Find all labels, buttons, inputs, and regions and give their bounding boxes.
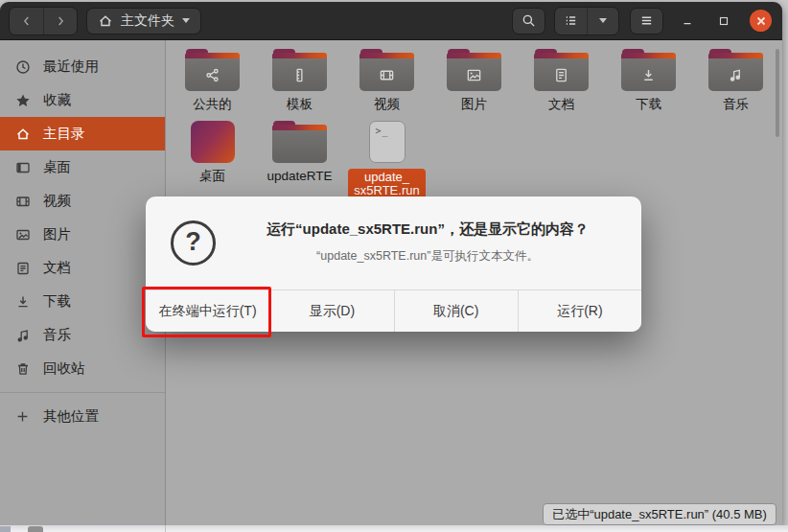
display-button[interactable]: 显示(D): [269, 290, 393, 332]
chevron-left-icon: [20, 14, 34, 28]
list-view-icon: [564, 13, 578, 28]
hamburger-menu-button[interactable]: [630, 8, 663, 35]
file-label: 公共的: [193, 97, 232, 112]
star-icon: [14, 92, 31, 108]
desktop-icon: [14, 159, 31, 175]
run-button[interactable]: 运行(R): [518, 290, 641, 332]
file-item-videos[interactable]: 视频: [343, 49, 430, 112]
file-label-line1: update_: [364, 170, 409, 184]
file-label: 桌面: [199, 169, 225, 184]
folder-videos-icon: [359, 49, 414, 91]
sidebar-item-label: 收藏: [43, 91, 71, 109]
file-item-update-sx5rte-run[interactable]: >_ update_ sx5RTE.run: [343, 121, 430, 201]
sidebar-item-documents[interactable]: 文档: [0, 251, 165, 285]
file-label: 音乐: [723, 97, 749, 112]
sidebar-item-trash[interactable]: 回收站: [0, 352, 165, 385]
folder-downloads-icon: [621, 49, 676, 91]
minimize-icon: [681, 14, 694, 28]
dialog-text: 运行“update_sx5RTE.run”，还是显示它的内容？ “update_…: [239, 220, 616, 265]
sidebar-item-downloads[interactable]: 下载: [0, 285, 165, 318]
dialog-header: ? 运行“update_sx5RTE.run”，还是显示它的内容？ “updat…: [146, 197, 641, 289]
home-icon: [98, 13, 113, 29]
file-item-desktop[interactable]: 桌面: [169, 121, 256, 201]
folder-icon: [272, 121, 327, 163]
sidebar-item-label: 视频: [43, 192, 71, 210]
sidebar-item-label: 回收站: [43, 359, 85, 378]
sidebar-item-other-locations[interactable]: 其他位置: [0, 400, 165, 433]
sidebar-item-label: 最近使用: [43, 58, 99, 76]
screen: 主文件夹: [0, 0, 788, 532]
sidebar-item-label: 图片: [43, 225, 71, 243]
search-button[interactable]: [512, 8, 545, 35]
document-icon: [14, 260, 31, 276]
folder-music-icon: [708, 49, 763, 91]
cancel-button[interactable]: 取消(C): [394, 290, 518, 332]
annotation-red-box: [142, 287, 271, 337]
desktop-folder-icon: [191, 121, 235, 163]
file-item-music[interactable]: 音乐: [692, 49, 779, 112]
folder-pictures-icon: [447, 49, 501, 91]
plus-icon: [14, 408, 31, 425]
sidebar-item-label: 桌面: [43, 158, 71, 176]
history-nav-group: [9, 7, 78, 35]
path-button[interactable]: 主文件夹: [86, 8, 201, 35]
dialog-title: 运行“update_sx5RTE.run”，还是显示它的内容？: [239, 220, 616, 239]
picture-icon: [14, 226, 31, 243]
search-icon: [521, 13, 536, 28]
sidebar-item-music[interactable]: 音乐: [0, 318, 165, 352]
sidebar-item-label: 其他位置: [43, 407, 99, 426]
file-label: 模板: [287, 97, 313, 112]
background-fragment: [28, 526, 43, 532]
sidebar-item-desktop[interactable]: 桌面: [0, 150, 165, 184]
path-label: 主文件夹: [121, 12, 174, 30]
sidebar-item-label: 主目录: [43, 125, 85, 143]
close-icon: [755, 15, 767, 27]
hamburger-icon: [639, 13, 654, 28]
file-label: 下载: [636, 97, 661, 112]
background-fragment: [165, 525, 166, 532]
folder-templates-icon: [272, 49, 327, 91]
dialog-subtitle: “update_sx5RTE.run”是可执行文本文件。: [239, 248, 616, 265]
file-label: 图片: [461, 97, 487, 112]
vertical-scrollbar[interactable]: [776, 49, 779, 137]
film-icon: [14, 193, 31, 209]
folder-share-icon: [185, 49, 240, 91]
chevron-down-icon: [182, 18, 190, 23]
chevron-down-icon: [599, 18, 607, 23]
file-item-pictures[interactable]: 图片: [430, 49, 518, 112]
sidebar-item-label: 文档: [43, 259, 71, 277]
status-bar: 已选中“update_sx5RTE.run” (40.5 MB): [543, 503, 776, 525]
file-item-downloads[interactable]: 下载: [605, 49, 692, 112]
trash-icon: [14, 360, 31, 377]
folder-documents-icon: [534, 49, 589, 91]
file-item-documents[interactable]: 文档: [518, 49, 605, 112]
list-view-button[interactable]: [555, 8, 587, 35]
maximize-icon: [717, 14, 730, 28]
maximize-button[interactable]: [713, 11, 734, 32]
clock-icon: [14, 58, 31, 75]
sidebar-item-home[interactable]: 主目录: [0, 117, 165, 150]
chevron-right-icon: [54, 14, 67, 28]
close-button[interactable]: [750, 10, 772, 32]
window-controls: [677, 10, 772, 32]
sidebar-item-label: 下载: [43, 292, 71, 311]
sidebar-item-videos[interactable]: 视频: [0, 184, 165, 218]
sidebar-item-starred[interactable]: 收藏: [0, 83, 165, 117]
file-item-templates[interactable]: 模板: [256, 49, 343, 112]
music-note-icon: [14, 327, 31, 343]
sidebar-separator: [0, 392, 165, 393]
minimize-button[interactable]: [677, 11, 698, 32]
sidebar-item-recent[interactable]: 最近使用: [0, 50, 165, 83]
sidebar-item-pictures[interactable]: 图片: [0, 218, 165, 251]
headerbar: 主文件夹: [0, 2, 782, 40]
forward-button[interactable]: [43, 8, 77, 35]
background-window-edge: [0, 525, 788, 532]
file-item-public[interactable]: 公共的: [169, 49, 256, 112]
home-icon: [14, 126, 31, 142]
view-options-button[interactable]: [587, 8, 618, 35]
file-item-updaterte[interactable]: updateRTE: [256, 121, 343, 201]
file-label: 文档: [548, 97, 574, 112]
files-grid: 公共的 模板 视频: [169, 49, 779, 200]
headerbar-right: [512, 7, 774, 35]
back-button[interactable]: [10, 8, 43, 35]
